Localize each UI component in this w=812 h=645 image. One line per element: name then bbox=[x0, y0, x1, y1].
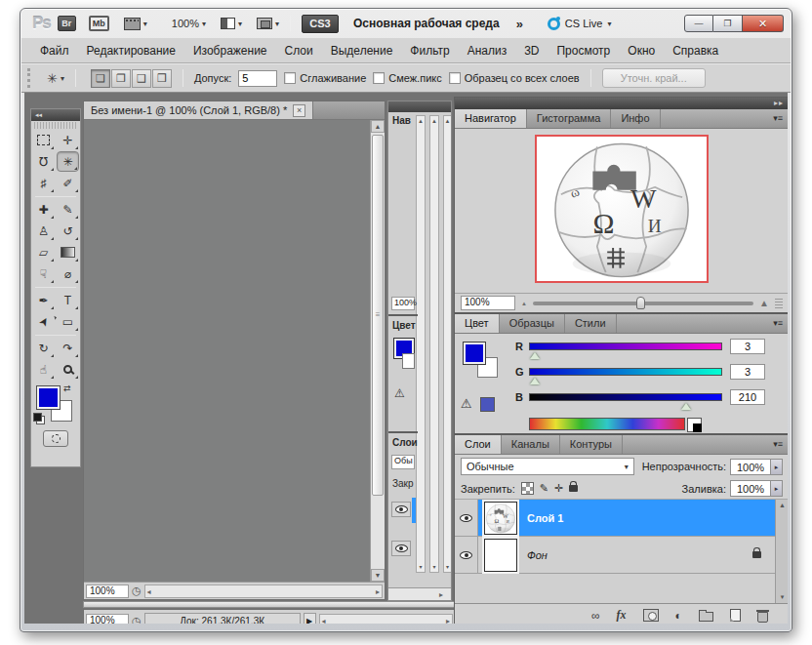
collapsed-strip[interactable]: ▲▾ bbox=[443, 115, 452, 573]
tolerance-input[interactable] bbox=[238, 70, 277, 87]
menu-analysis[interactable]: Анализ bbox=[459, 40, 516, 61]
fill-spinner-icon[interactable]: ▸ bbox=[771, 480, 783, 497]
scroll-down-icon[interactable]: ▾ bbox=[776, 593, 788, 601]
collapsed-strip[interactable]: ▲▾ bbox=[429, 115, 439, 573]
view-extras-button[interactable]: ▾ bbox=[124, 18, 147, 30]
bridge-button[interactable]: Br bbox=[58, 16, 76, 31]
tab-info[interactable]: Инфо bbox=[611, 109, 660, 128]
mini-bridge-button[interactable]: Mb bbox=[89, 16, 109, 31]
zoom-percent-field-2[interactable]: 100% bbox=[86, 614, 129, 624]
tool-brush[interactable]: ✎ bbox=[57, 199, 79, 220]
zoom-out-icon[interactable]: ▲ bbox=[521, 301, 527, 306]
scroll-down-icon[interactable]: ▼ bbox=[371, 569, 385, 582]
color-spectrum-ramp[interactable] bbox=[529, 418, 685, 430]
tool-move[interactable]: ✛ bbox=[57, 130, 79, 150]
quick-mask-button[interactable] bbox=[43, 430, 68, 447]
sample-all-layers-checkbox[interactable] bbox=[449, 72, 461, 84]
dock-collapse-bar[interactable]: ▸▸ bbox=[455, 98, 788, 109]
tools-collapse-bar[interactable]: ◂◂ bbox=[31, 109, 80, 121]
menu-edit[interactable]: Редактирование bbox=[78, 40, 184, 61]
layer-name[interactable]: Слой 1 bbox=[527, 512, 563, 524]
layer-name[interactable]: Фон bbox=[527, 549, 548, 561]
tool-path-selection[interactable]: ➤ bbox=[29, 306, 59, 336]
tab-styles[interactable]: Стили bbox=[565, 314, 617, 333]
layer-style-fx-icon[interactable]: fx bbox=[617, 608, 627, 623]
tool-gradient[interactable] bbox=[57, 242, 79, 262]
document-tab[interactable]: Без имени-1 @ 100% (Слой 1, RGB/8) * × bbox=[84, 101, 313, 119]
channel-r-value[interactable]: 3 bbox=[730, 339, 765, 354]
menu-select[interactable]: Выделение bbox=[322, 40, 402, 61]
channel-g-slider[interactable] bbox=[529, 368, 722, 376]
tool-dodge[interactable]: ⌀ bbox=[57, 263, 79, 284]
resize-grip[interactable] bbox=[775, 299, 783, 308]
lock-all-icon[interactable] bbox=[569, 485, 578, 492]
horizontal-scrollbar[interactable]: ◂ ▸ bbox=[144, 585, 383, 598]
visibility-eye-icon[interactable] bbox=[391, 502, 411, 517]
anti-alias-checkbox[interactable] bbox=[284, 72, 296, 84]
default-colors-icon[interactable] bbox=[33, 413, 45, 424]
web-safe-color-swatch[interactable] bbox=[480, 397, 495, 412]
arrange-documents-button[interactable]: ▾ bbox=[221, 18, 242, 29]
menu-file[interactable]: Файл bbox=[31, 40, 78, 61]
layer-row-1[interactable]: Слой 1 bbox=[455, 500, 775, 537]
tab-paths[interactable]: Контуры bbox=[560, 435, 623, 454]
collapsed-strip[interactable]: ▲▾ bbox=[416, 115, 426, 573]
vertical-scrollbar[interactable]: ▲ ≡ ▼ bbox=[370, 120, 385, 582]
new-layer-icon[interactable] bbox=[730, 609, 741, 622]
tool-type[interactable]: T bbox=[57, 290, 79, 310]
layer-thumbnail[interactable] bbox=[484, 502, 517, 535]
slider-thumb[interactable] bbox=[681, 403, 691, 410]
layer-thumbnail[interactable] bbox=[484, 539, 517, 572]
zoom-percent-field[interactable]: 100% bbox=[86, 585, 129, 598]
panel-menu-icon[interactable]: ▾≡ bbox=[767, 314, 788, 333]
new-group-icon[interactable] bbox=[699, 612, 713, 622]
contiguous-option[interactable]: Смеж.пикс bbox=[373, 72, 441, 84]
cs-live-menu[interactable]: CS Live ▾ bbox=[548, 18, 612, 30]
gamut-warning-icon[interactable]: ⚠ bbox=[461, 396, 472, 411]
tab-swatches[interactable]: Образцы bbox=[500, 314, 565, 333]
slider-thumb[interactable] bbox=[530, 352, 540, 359]
hidden-blend-mode[interactable]: Обы bbox=[391, 455, 415, 469]
add-layer-mask-icon[interactable] bbox=[643, 609, 659, 622]
delete-layer-icon[interactable] bbox=[757, 612, 768, 623]
hidden-zoom-field[interactable]: 100% bbox=[391, 297, 415, 310]
workspace-switcher[interactable]: Основная рабочая среда bbox=[353, 17, 500, 30]
anti-alias-option[interactable]: Сглаживание bbox=[284, 72, 366, 84]
slider-thumb[interactable] bbox=[636, 297, 645, 309]
intersect-selection-button[interactable]: ❒ bbox=[152, 69, 172, 88]
tool-history-brush[interactable]: ↺ bbox=[57, 221, 79, 241]
tools-grip[interactable] bbox=[34, 122, 77, 129]
close-icon[interactable]: × bbox=[293, 104, 305, 117]
channel-r-slider[interactable] bbox=[529, 343, 722, 350]
menu-filter[interactable]: Фильтр bbox=[401, 40, 458, 61]
new-selection-button[interactable]: ❏ bbox=[91, 69, 110, 88]
fill-value[interactable]: 100% bbox=[730, 480, 771, 497]
tool-preset-picker[interactable]: ✳ ▾ bbox=[47, 71, 64, 86]
link-layers-icon[interactable]: ∞ bbox=[591, 609, 600, 623]
menu-image[interactable]: Изображение bbox=[184, 40, 276, 61]
tab-histogram[interactable]: Гистограмма bbox=[527, 109, 612, 128]
refine-edge-button[interactable]: Уточн. край... bbox=[602, 68, 706, 88]
menu-3d[interactable]: 3D bbox=[515, 40, 548, 61]
tool-shape[interactable]: ▭ bbox=[57, 311, 79, 332]
scroll-left-icon[interactable]: ◂ bbox=[147, 587, 151, 596]
zoom-in-icon[interactable]: ▲ bbox=[759, 298, 769, 308]
visibility-eye-icon[interactable] bbox=[455, 537, 478, 574]
lock-transparency-icon[interactable] bbox=[521, 482, 534, 495]
tool-3d-rotate[interactable]: ↻ bbox=[32, 338, 55, 358]
black-white-shortcut[interactable] bbox=[687, 418, 702, 432]
lock-pixels-icon[interactable]: ✎ bbox=[540, 482, 548, 495]
horizontal-scrollbar-2[interactable]: ◂ ▸ bbox=[319, 614, 453, 624]
hidden-navigator-tab[interactable]: Нав bbox=[392, 115, 411, 126]
workspace-overflow-chevrons[interactable]: » bbox=[516, 17, 523, 31]
tool-pen[interactable]: ✒ bbox=[32, 290, 55, 310]
scroll-right-icon[interactable]: ▸ bbox=[446, 617, 450, 624]
visibility-eye-icon[interactable] bbox=[391, 541, 411, 556]
hidden-horizontal-scrollbar[interactable]: ▸ bbox=[388, 587, 451, 600]
subtract-from-selection-button[interactable]: ❑ bbox=[132, 69, 151, 88]
close-button[interactable]: ✕ bbox=[743, 15, 784, 32]
tab-color[interactable]: Цвет bbox=[455, 314, 500, 333]
layer-row-2[interactable]: Фон bbox=[455, 537, 775, 574]
channel-g-value[interactable]: 3 bbox=[730, 364, 765, 380]
tool-3d-orbit[interactable]: ↷ bbox=[57, 338, 79, 358]
